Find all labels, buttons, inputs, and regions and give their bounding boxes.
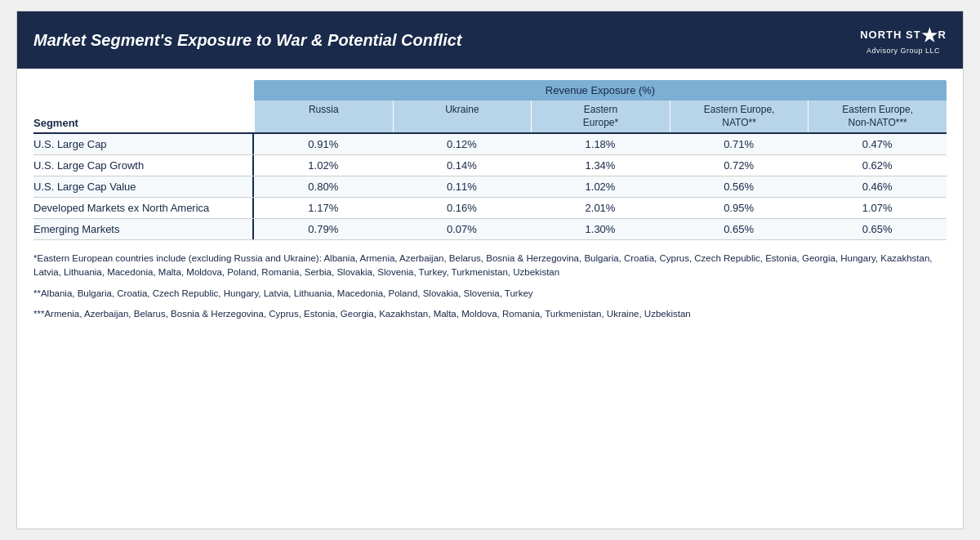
value-cell: 0.71%	[670, 134, 808, 154]
value-cell: 0.11%	[393, 176, 532, 197]
value-cell: 0.07%	[393, 219, 532, 239]
table-row: Emerging Markets0.79%0.07%1.30%0.65%0.65…	[33, 219, 947, 240]
value-cell: 1.17%	[254, 198, 393, 218]
segment-cell: Developed Markets ex North America	[33, 198, 254, 218]
segment-column-header: Segment	[33, 100, 254, 132]
segment-cell: Emerging Markets	[33, 219, 254, 239]
table-row: U.S. Large Cap0.91%0.12%1.18%0.71%0.47%	[33, 134, 947, 155]
value-cell: 1.07%	[808, 198, 947, 218]
value-cell: 0.16%	[393, 198, 532, 218]
segment-cell: U.S. Large Cap	[33, 134, 254, 154]
column-header-row: Segment Russia Ukraine EasternEurope* Ea…	[33, 100, 947, 134]
footnote-2: **Albania, Bulgaria, Croatia, Czech Repu…	[33, 287, 947, 301]
logo-text: NORTH ST★R	[860, 25, 947, 47]
value-cell: 0.56%	[670, 176, 808, 197]
value-cell: 0.65%	[808, 219, 947, 239]
table-row: U.S. Large Cap Value0.80%0.11%1.02%0.56%…	[33, 176, 947, 198]
footnotes: *Eastern European countries include (exc…	[33, 252, 947, 328]
value-cell: 0.80%	[254, 176, 393, 197]
value-cell: 0.95%	[670, 198, 808, 218]
col-eastern-europe-nato: Eastern Europe,NATO**	[670, 100, 808, 132]
col-eastern-europe: EasternEurope*	[531, 100, 670, 132]
value-cell: 0.72%	[670, 155, 808, 176]
value-cell: 0.47%	[808, 134, 947, 154]
value-cell: 0.91%	[254, 134, 393, 154]
col-russia: Russia	[254, 100, 393, 132]
header: Market Segment's Exposure to War & Poten…	[17, 11, 963, 69]
segment-cell: U.S. Large Cap Growth	[33, 155, 254, 176]
revenue-header-row: Revenue Exposure (%)	[33, 80, 947, 100]
revenue-exposure-header: Revenue Exposure (%)	[254, 80, 947, 100]
value-cell: 1.34%	[531, 155, 670, 176]
logo-advisory: Advisory Group LLC	[866, 47, 940, 55]
data-table: Revenue Exposure (%) Segment Russia Ukra…	[33, 80, 947, 240]
table-row: Developed Markets ex North America1.17%0…	[33, 198, 947, 219]
value-cell: 0.46%	[808, 176, 947, 197]
footnote-3: ***Armenia, Azerbaijan, Belarus, Bosnia …	[33, 307, 947, 321]
value-cell: 1.30%	[531, 219, 670, 239]
segment-cell: U.S. Large Cap Value	[33, 176, 254, 197]
value-cell: 0.12%	[393, 134, 532, 154]
segment-spacer	[33, 80, 254, 100]
value-cell: 1.02%	[531, 176, 670, 197]
value-cell: 0.62%	[808, 155, 947, 176]
value-cell: 0.79%	[254, 219, 393, 239]
table-body: U.S. Large Cap0.91%0.12%1.18%0.71%0.47%U…	[33, 134, 947, 240]
footnote-1: *Eastern European countries include (exc…	[33, 252, 947, 280]
table-row: U.S. Large Cap Growth1.02%0.14%1.34%0.72…	[33, 155, 947, 176]
value-cell: 1.02%	[254, 155, 393, 176]
value-cell: 2.01%	[531, 198, 670, 218]
main-card: Market Segment's Exposure to War & Poten…	[16, 11, 964, 529]
value-cell: 0.65%	[670, 219, 808, 239]
col-eastern-europe-non-nato: Eastern Europe,Non-NATO***	[808, 100, 947, 132]
page-title: Market Segment's Exposure to War & Poten…	[33, 31, 461, 50]
content-area: Revenue Exposure (%) Segment Russia Ukra…	[17, 69, 963, 529]
value-cell: 0.14%	[393, 155, 532, 176]
value-cell: 1.18%	[531, 134, 670, 154]
logo: NORTH ST★R Advisory Group LLC	[860, 25, 947, 55]
col-ukraine: Ukraine	[393, 100, 532, 132]
